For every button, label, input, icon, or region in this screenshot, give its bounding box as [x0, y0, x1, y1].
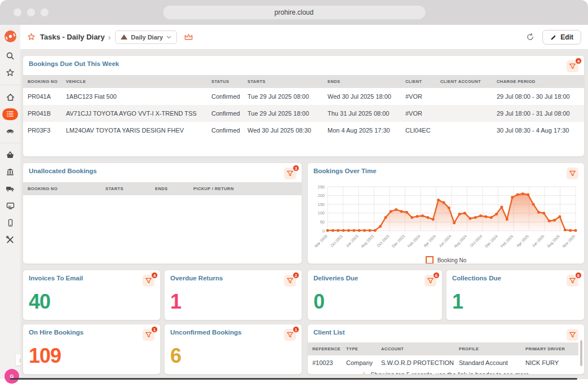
vehicle-link[interactable]: 1ABC123 Fiat 500 [61, 88, 207, 105]
sidebar-divider [0, 143, 20, 143]
booking-no-link[interactable]: PR041A [23, 88, 61, 105]
edit-button[interactable]: Edit [542, 30, 581, 45]
vehicle-link[interactable]: AV71CJJ TOYOTA AYGO VVT-I X-TREND TSS [61, 105, 207, 122]
vehicle-link[interactable]: LM24OAV TOYOTA YARIS DESIGN FHEV [61, 122, 207, 139]
view-selector-dropdown[interactable]: Daily Diary [115, 30, 177, 44]
column-header[interactable]: CLIENT ACCOUNT [436, 75, 492, 88]
column-header[interactable]: STARTS [101, 182, 151, 195]
page-title: Tasks - Daily Diary [40, 33, 105, 41]
column-header[interactable]: PROFILE [454, 342, 521, 355]
filter-badge: 1 [293, 326, 299, 333]
column-header[interactable]: STATUS [207, 75, 243, 88]
svg-text:0: 0 [322, 228, 325, 234]
column-header[interactable]: PRIMARY DRIVER [521, 342, 578, 355]
table-header-row: REFERENCE TYPE ACCOUNT PROFILE PRIMARY D… [308, 342, 578, 355]
records-notice: ⚠ Showing top 5 records, use the link in… [308, 370, 584, 375]
filter-badge: 2 [293, 272, 299, 279]
svg-text:Dec 2024: Dec 2024 [484, 234, 499, 249]
card-filter-button[interactable]: 6 [567, 275, 578, 287]
column-header[interactable]: TYPE [342, 342, 377, 355]
close-window-button[interactable] [14, 8, 21, 16]
funnel-icon [145, 277, 152, 284]
card-filter-button[interactable]: 4 [143, 275, 154, 287]
card-value: 1 [170, 292, 302, 312]
terminal-icon[interactable] [0, 197, 20, 214]
card-value: 6 [170, 346, 302, 366]
unallocated-title: Unallocated Bookings [29, 168, 97, 174]
client-account-cell [436, 105, 492, 122]
svg-text:Feb 2024: Feb 2024 [406, 234, 421, 248]
breadcrumb-separator: › [108, 33, 111, 42]
window-controls[interactable] [14, 8, 48, 16]
truck-icon[interactable] [0, 181, 20, 197]
client-link[interactable]: CLI04EC [401, 122, 436, 139]
sidebar [0, 25, 21, 379]
sidebar-item-daily-diary-active[interactable] [0, 105, 20, 122]
starts-cell: Wed 30 Jul 2025 08:30 [243, 122, 323, 139]
bank-icon[interactable] [0, 164, 20, 181]
table-row[interactable]: PR041A 1ABC123 Fiat 500 Confirmed Tue 29… [23, 88, 584, 105]
column-header[interactable]: CHARGE PERIOD [492, 75, 584, 88]
view-selector-label: Daily Diary [131, 34, 163, 41]
bookings-due-table: BOOKING NO VEHICLE STATUS STARTS ENDS CL… [23, 75, 584, 139]
svg-text:Oct 2024: Oct 2024 [469, 234, 483, 248]
svg-text:Apr 2025: Apr 2025 [516, 234, 530, 248]
user-avatar[interactable]: G [5, 369, 19, 384]
ends-cell: Thu 31 Jul 2025 08:00 [323, 105, 401, 122]
column-header[interactable]: STARTS [243, 75, 323, 88]
chart-filter-button[interactable] [567, 168, 578, 179]
card-filter-button[interactable]: 2 [284, 275, 296, 287]
unallocated-filter-button[interactable]: 3 [284, 168, 296, 179]
client-account-link[interactable]: S.W.O.R.D PROTECTION [377, 355, 454, 370]
starts-cell: Tue 29 Jul 2025 18:00 [243, 105, 323, 122]
client-type-cell: Company [342, 355, 377, 370]
column-header[interactable]: CLIENT [401, 75, 436, 88]
table-row[interactable]: PR03F3 LM24OAV TOYOTA YARIS DESIGN FHEV … [23, 122, 584, 139]
mobile-icon[interactable] [0, 214, 20, 231]
chart-legend[interactable]: Booking No [308, 256, 584, 264]
minimize-window-button[interactable] [27, 8, 35, 16]
booking-no-link[interactable]: PR03F3 [23, 122, 61, 139]
address-bar[interactable]: prohire.cloud [163, 6, 425, 19]
favorites-star-icon[interactable] [0, 64, 20, 81]
warning-icon: ⚠ [361, 371, 367, 375]
client-link[interactable]: #VOR [401, 88, 436, 105]
crown-icon[interactable] [184, 33, 193, 41]
bookings-due-filter-button[interactable]: 4 [567, 60, 578, 72]
legend-swatch-icon [426, 256, 434, 264]
primary-driver-link[interactable]: NICK FURY [521, 355, 578, 370]
card-filter-button[interactable]: 6 [425, 275, 436, 287]
zoom-window-button[interactable] [41, 8, 48, 16]
refresh-icon[interactable] [526, 33, 534, 41]
table-row[interactable]: PR041B AV71CJJ TOYOTA AYGO VVT-I X-TREND… [23, 105, 584, 122]
card-filter-button[interactable]: 1 [143, 329, 154, 341]
column-header[interactable]: ACCOUNT [377, 342, 454, 355]
favorite-star-icon[interactable] [27, 33, 36, 41]
column-header[interactable]: ENDS [323, 75, 401, 88]
client-list-filter-button[interactable] [567, 329, 578, 341]
card-title: Unconfirmed Bookings [170, 329, 242, 336]
unconfirmed-bookings-card: Unconfirmed Bookings 1 6 [164, 324, 302, 375]
prohire-logo-icon[interactable] [0, 25, 20, 47]
table-row[interactable]: #10023 Company S.W.O.R.D PROTECTION Stan… [308, 355, 578, 370]
card-filter-button[interactable]: 1 [284, 329, 296, 341]
vehicle-icon[interactable] [0, 122, 20, 139]
charge-period-cell: 30 Jul 08:30 - 4 Aug 17:30 [492, 122, 584, 139]
basket-icon[interactable] [0, 147, 20, 164]
invoices-to-email-card: Invoices To Email 4 40 [23, 270, 161, 320]
column-header[interactable]: BOOKING NO [23, 182, 101, 195]
client-profile-link[interactable]: Standard Account [454, 355, 521, 370]
client-list-scrollbar[interactable] [580, 340, 582, 366]
home-icon[interactable] [0, 89, 20, 105]
search-icon[interactable] [0, 47, 20, 64]
column-header[interactable]: VEHICLE [61, 75, 207, 88]
column-header[interactable]: BOOKING NO [23, 75, 61, 88]
column-header[interactable]: ENDS [151, 182, 189, 195]
column-header[interactable]: REFERENCE [308, 342, 342, 355]
client-link[interactable]: #VOR [401, 105, 436, 122]
tools-icon[interactable] [0, 231, 20, 248]
booking-no-link[interactable]: PR041B [23, 105, 61, 122]
column-header[interactable]: PICKUP / RETURN [189, 182, 302, 195]
svg-text:Aug 2023: Aug 2023 [360, 234, 375, 249]
client-reference-link[interactable]: #10023 [308, 355, 342, 370]
